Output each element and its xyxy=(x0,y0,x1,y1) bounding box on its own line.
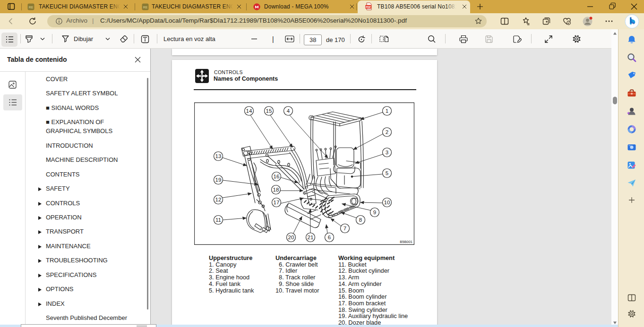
svg-text:B5B001: B5B001 xyxy=(400,240,412,244)
svg-text:4: 4 xyxy=(287,108,290,114)
svg-text:3: 3 xyxy=(386,150,388,155)
svg-text:1: 1 xyxy=(386,108,388,114)
svg-text:5: 5 xyxy=(386,170,388,176)
svg-text:14: 14 xyxy=(246,108,252,114)
svg-text:RE: RE xyxy=(29,5,34,8)
svg-text:19: 19 xyxy=(215,177,222,183)
svg-text:6: 6 xyxy=(328,235,331,240)
svg-text:10: 10 xyxy=(384,200,390,205)
svg-text:8: 8 xyxy=(359,217,362,223)
svg-text:2: 2 xyxy=(386,129,388,135)
svg-text:21: 21 xyxy=(308,235,314,240)
svg-text:12: 12 xyxy=(215,197,222,202)
svg-text:18: 18 xyxy=(273,187,279,193)
svg-text:13: 13 xyxy=(215,153,222,159)
svg-text:9: 9 xyxy=(373,210,376,215)
svg-text:7: 7 xyxy=(343,226,346,231)
svg-text:20: 20 xyxy=(288,235,294,240)
svg-text:RE: RE xyxy=(143,5,148,8)
svg-text:16: 16 xyxy=(274,174,280,179)
svg-text:17: 17 xyxy=(274,200,280,205)
svg-text:11: 11 xyxy=(215,217,221,223)
svg-text:PDF: PDF xyxy=(366,5,371,8)
svg-text:15: 15 xyxy=(266,108,272,114)
